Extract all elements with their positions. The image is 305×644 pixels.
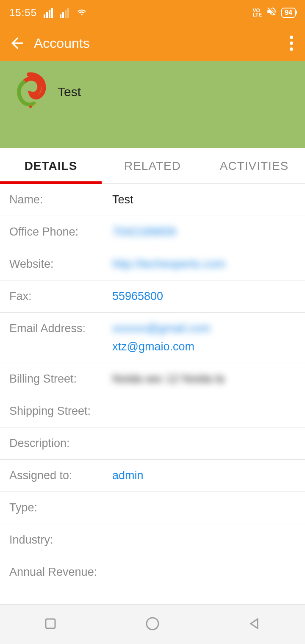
row-email: Email Address: xxxxxx@gmail.com xtz@gmai…: [0, 313, 305, 363]
signal-icon-1: [44, 8, 53, 18]
value-industry: [112, 533, 296, 547]
tab-details[interactable]: DETAILS: [0, 148, 102, 183]
app-bar-title: Accounts: [34, 36, 286, 51]
row-name: Name: Test: [0, 184, 305, 216]
status-right: VO LTE 94: [252, 6, 296, 19]
value-billing-street: Noida sec 12 Noida la: [112, 372, 296, 386]
row-type: Type:: [0, 492, 305, 524]
label-industry: Industry:: [9, 533, 112, 547]
battery-icon: 94: [281, 8, 296, 18]
status-time: 15:55: [9, 7, 37, 19]
app-bar: Accounts: [0, 25, 305, 61]
tab-related[interactable]: RELATED: [102, 148, 203, 183]
svg-rect-2: [46, 619, 55, 628]
value-assigned-to[interactable]: admin: [112, 469, 296, 482]
value-name: Test: [112, 193, 296, 206]
status-left: 15:55: [9, 6, 88, 20]
volte-icon: VO LTE: [252, 8, 262, 17]
value-office-phone[interactable]: 7042189659: [112, 225, 296, 239]
label-email: Email Address:: [9, 322, 112, 353]
row-billing-street: Billing Street: Noida sec 12 Noida la: [0, 363, 305, 395]
wifi-icon: [76, 6, 88, 20]
label-annual-revenue: Annual Revenue:: [9, 566, 112, 579]
nav-back-button[interactable]: [247, 616, 262, 633]
row-office-phone: Office Phone: 7042189659: [0, 216, 305, 248]
value-website[interactable]: http://techesperto.com: [112, 258, 296, 271]
label-shipping-street: Shipping Street:: [9, 405, 112, 418]
label-description: Description:: [9, 437, 112, 450]
label-billing-street: Billing Street:: [9, 372, 112, 386]
tabs: DETAILS RELATED ACTIVITIES: [0, 148, 305, 184]
signal-icon-2: [60, 8, 69, 18]
more-menu-button[interactable]: [286, 32, 297, 54]
value-shipping-street: [112, 405, 296, 418]
row-fax: Fax: 55965800: [0, 280, 305, 313]
tab-activities[interactable]: ACTIVITIES: [203, 148, 305, 183]
row-description: Description:: [0, 427, 305, 460]
label-type: Type:: [9, 501, 112, 514]
value-description: [112, 437, 296, 450]
value-type: [112, 501, 296, 514]
label-name: Name:: [9, 193, 112, 206]
label-fax: Fax:: [9, 290, 112, 303]
mute-icon: [266, 6, 277, 19]
value-annual-revenue: [112, 566, 296, 579]
value-fax[interactable]: 55965800: [112, 290, 296, 303]
row-website: Website: http://techesperto.com: [0, 248, 305, 280]
label-assigned-to: Assigned to:: [9, 469, 112, 482]
account-title: Test: [58, 85, 81, 99]
back-button[interactable]: [8, 34, 26, 52]
label-office-phone: Office Phone:: [9, 225, 112, 239]
row-shipping-street: Shipping Street:: [0, 395, 305, 427]
label-website: Website:: [9, 258, 112, 271]
account-hero: Test: [0, 61, 305, 148]
row-industry: Industry:: [0, 524, 305, 556]
nav-recent-button[interactable]: [43, 616, 58, 633]
row-assigned-to: Assigned to: admin: [0, 460, 305, 492]
status-bar: 15:55 VO LTE 94: [0, 0, 305, 25]
nav-home-button[interactable]: [144, 616, 161, 633]
row-annual-revenue: Annual Revenue:: [0, 556, 305, 588]
system-nav-bar: [0, 604, 305, 644]
svg-point-3: [147, 618, 158, 630]
value-email[interactable]: xxxxxx@gmail.com xtz@gmaio.com: [112, 322, 296, 353]
svg-point-1: [34, 104, 36, 106]
details-list[interactable]: Name: Test Office Phone: 7042189659 Webs…: [0, 184, 305, 588]
account-logo: [8, 70, 50, 113]
svg-point-0: [29, 105, 32, 108]
